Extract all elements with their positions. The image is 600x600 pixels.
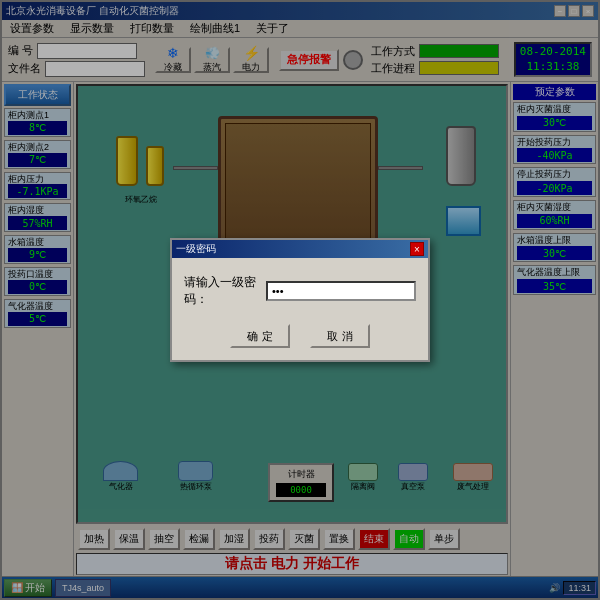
dialog-title-text: 一级密码 [176,242,216,256]
password-dialog: 一级密码 × 请输入一级密码： 确 定 取 消 [170,238,430,362]
password-input[interactable] [266,281,416,301]
dialog-buttons: 确 定 取 消 [184,324,416,348]
dialog-cancel-button[interactable]: 取 消 [310,324,370,348]
dialog-confirm-button[interactable]: 确 定 [230,324,290,348]
dialog-overlay: 一级密码 × 请输入一级密码： 确 定 取 消 [0,0,600,600]
dialog-close-button[interactable]: × [410,242,424,256]
dialog-prompt: 请输入一级密码： [184,274,260,308]
dialog-input-row: 请输入一级密码： [184,274,416,308]
dialog-body: 请输入一级密码： 确 定 取 消 [172,258,428,360]
dialog-title-bar: 一级密码 × [172,240,428,258]
